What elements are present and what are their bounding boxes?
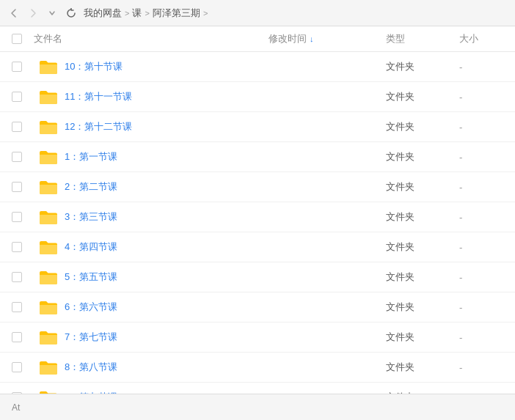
folder-icon <box>38 89 59 105</box>
file-size: - <box>459 92 503 103</box>
file-size: - <box>459 122 503 133</box>
file-name[interactable]: 7：第七节课 <box>65 331 269 344</box>
breadcrumb: 我的网盘 > 课 > 阿泽第三期 > <box>84 7 208 20</box>
breadcrumb-item-aze3[interactable]: 阿泽第三期 <box>153 7 200 20</box>
breadcrumb-sep-2: > <box>145 9 149 18</box>
table-row[interactable]: 6：第六节课 文件夹 - <box>0 292 515 323</box>
file-type: 文件夹 <box>386 270 459 284</box>
select-all-checkbox[interactable] <box>12 34 22 44</box>
row-check-6[interactable] <box>12 242 34 252</box>
table-header: 文件名 修改时间 ↓ 类型 大小 <box>0 26 515 52</box>
file-type: 文件夹 <box>386 180 459 194</box>
table-row[interactable]: 11：第十一节课 文件夹 - <box>0 82 515 112</box>
bottom-bar: At <box>0 394 515 420</box>
row-check-7[interactable] <box>12 272 34 282</box>
file-type: 文件夹 <box>386 240 459 254</box>
table-row[interactable]: 10：第十节课 文件夹 - <box>0 52 515 82</box>
folder-icon <box>38 179 59 195</box>
file-list: 10：第十节课 文件夹 - 11：第十一节课 文件夹 - 12：第十二节课 <box>0 52 515 419</box>
row-check-5[interactable] <box>12 212 34 222</box>
file-name[interactable]: 4：第四节课 <box>65 240 269 254</box>
table-row[interactable]: 2：第二节课 文件夹 - <box>0 172 515 202</box>
row-check-3[interactable] <box>12 152 34 162</box>
folder-icon <box>38 119 59 135</box>
browser-bar: 我的网盘 > 课 > 阿泽第三期 > <box>0 0 515 26</box>
forward-button[interactable] <box>26 7 40 20</box>
folder-icon <box>38 269 59 285</box>
file-type: 文件夹 <box>386 60 459 73</box>
file-type: 文件夹 <box>386 210 459 224</box>
table-row[interactable]: 7：第七节课 文件夹 - <box>0 323 515 353</box>
row-checkbox-9[interactable] <box>12 332 22 342</box>
file-size: - <box>459 362 503 373</box>
folder-icon <box>38 329 59 345</box>
file-type: 文件夹 <box>386 361 459 374</box>
folder-icon <box>38 149 59 165</box>
refresh-button[interactable] <box>65 7 78 20</box>
file-size: - <box>459 212 503 223</box>
file-name[interactable]: 5：第五节课 <box>65 270 269 284</box>
file-name[interactable]: 6：第六节课 <box>65 301 269 314</box>
header-mtime[interactable]: 修改时间 ↓ <box>269 32 386 45</box>
file-name[interactable]: 10：第十节课 <box>65 60 269 73</box>
header-filename: 文件名 <box>34 32 269 45</box>
header-size: 大小 <box>459 32 503 45</box>
file-type: 文件夹 <box>386 301 459 314</box>
breadcrumb-item-mydisk[interactable]: 我的网盘 <box>84 7 122 20</box>
back-button[interactable] <box>7 7 21 20</box>
row-check-10[interactable] <box>12 362 34 372</box>
bottom-text: At <box>12 402 20 413</box>
row-checkbox-7[interactable] <box>12 272 22 282</box>
dropdown-button[interactable] <box>45 7 59 20</box>
file-name[interactable]: 2：第二节课 <box>65 180 269 194</box>
row-checkbox-0[interactable] <box>12 62 22 72</box>
row-check-1[interactable] <box>12 92 34 102</box>
breadcrumb-sep-1: > <box>125 9 129 18</box>
row-checkbox-4[interactable] <box>12 182 22 192</box>
file-type: 文件夹 <box>386 120 459 133</box>
file-size: - <box>459 302 503 313</box>
file-size: - <box>459 272 503 283</box>
row-check-2[interactable] <box>12 122 34 132</box>
row-check-4[interactable] <box>12 182 34 192</box>
header-mtime-label: 修改时间 <box>269 32 307 45</box>
folder-icon <box>38 209 59 225</box>
row-check-8[interactable] <box>12 302 34 312</box>
file-name[interactable]: 12：第十二节课 <box>65 120 269 133</box>
file-name[interactable]: 11：第十一节课 <box>65 90 269 103</box>
row-checkbox-8[interactable] <box>12 302 22 312</box>
table-row[interactable]: 8：第八节课 文件夹 - <box>0 353 515 383</box>
row-checkbox-5[interactable] <box>12 212 22 222</box>
file-type: 文件夹 <box>386 331 459 344</box>
folder-icon <box>38 239 59 255</box>
table-row[interactable]: 4：第四节课 文件夹 - <box>0 232 515 262</box>
breadcrumb-item-course[interactable]: 课 <box>132 7 142 20</box>
file-size: - <box>459 242 503 253</box>
breadcrumb-sep-3: > <box>203 9 208 18</box>
file-size: - <box>459 62 503 73</box>
table-row[interactable]: 5：第五节课 文件夹 - <box>0 262 515 292</box>
folder-icon <box>38 359 59 375</box>
file-name[interactable]: 8：第八节课 <box>65 361 269 374</box>
row-checkbox-2[interactable] <box>12 122 22 132</box>
folder-icon <box>38 59 59 75</box>
row-checkbox-10[interactable] <box>12 362 22 372</box>
file-name[interactable]: 1：第一节课 <box>65 150 269 163</box>
file-size: - <box>459 182 503 193</box>
file-size: - <box>459 152 503 163</box>
folder-icon <box>38 299 59 315</box>
file-size: - <box>459 332 503 343</box>
header-check[interactable] <box>12 34 34 44</box>
row-checkbox-3[interactable] <box>12 152 22 162</box>
row-check-9[interactable] <box>12 332 34 342</box>
table-row[interactable]: 3：第三节课 文件夹 - <box>0 202 515 232</box>
row-checkbox-1[interactable] <box>12 92 22 102</box>
header-type: 类型 <box>386 32 459 45</box>
file-type: 文件夹 <box>386 90 459 103</box>
row-check-0[interactable] <box>12 62 34 72</box>
file-name[interactable]: 3：第三节课 <box>65 210 269 224</box>
row-checkbox-6[interactable] <box>12 242 22 252</box>
file-type: 文件夹 <box>386 150 459 163</box>
table-row[interactable]: 1：第一节课 文件夹 - <box>0 142 515 172</box>
table-row[interactable]: 12：第十二节课 文件夹 - <box>0 112 515 142</box>
